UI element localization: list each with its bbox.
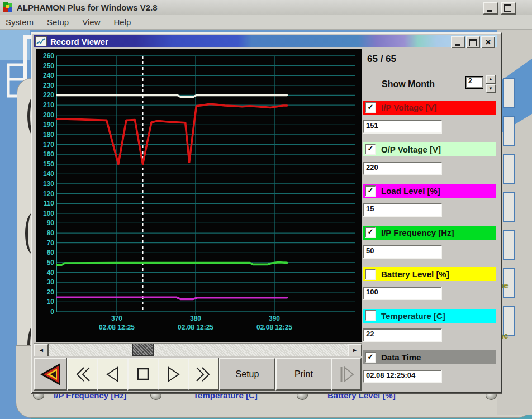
series-row: ✓O/P Voltage [V]220 <box>363 142 497 156</box>
setup-button[interactable]: Setup <box>219 358 276 391</box>
maximize-icon <box>469 39 477 46</box>
play-forward-icon <box>165 366 182 383</box>
series-row: ✓I/P Frequency [Hz]50 <box>363 226 497 240</box>
minimize-icon <box>455 44 460 46</box>
svg-text:160: 160 <box>43 150 54 158</box>
menu-item-system[interactable]: System <box>6 17 34 27</box>
background-meter-bar <box>503 116 515 146</box>
scrollbar-thumb[interactable] <box>132 344 154 356</box>
scroll-left-icon: ◄ <box>39 347 44 353</box>
series-label: O/P Voltage [V] <box>381 145 441 154</box>
svg-text:80: 80 <box>47 229 55 237</box>
series-checkbox[interactable]: ✓ <box>365 144 376 155</box>
series-checkbox[interactable] <box>365 269 376 280</box>
show-month-input[interactable]: 2 <box>466 76 483 89</box>
skip-to-end-button[interactable] <box>188 358 219 391</box>
close-icon: ✕ <box>482 37 494 47</box>
series-value-input[interactable]: 220 <box>363 162 442 175</box>
series-value-input[interactable]: 100 <box>363 287 442 300</box>
series-checkbox[interactable]: ✓ <box>365 102 376 113</box>
record-counter: 65 / 65 <box>367 54 396 65</box>
chart-area[interactable]: 0102030405060708090100110120130140150160… <box>36 49 362 342</box>
stop-button[interactable] <box>127 358 159 391</box>
series-checkbox[interactable]: ✓ <box>365 185 376 197</box>
series-label-bar: ✓O/P Voltage [V] <box>363 142 496 156</box>
print-button-label: Print <box>294 369 313 379</box>
playback-toolbar: Setup Print <box>34 356 362 391</box>
series-value-input[interactable]: 50 <box>363 245 442 259</box>
background-right-panel: nene <box>497 29 532 415</box>
series-row: Temperature [C]22 <box>363 309 497 323</box>
svg-text:190: 190 <box>43 121 54 128</box>
series-label: I/P Voltage [V] <box>381 103 436 112</box>
skip-back-icon <box>73 366 92 383</box>
svg-text:180: 180 <box>43 131 54 139</box>
print-button[interactable]: Print <box>276 358 332 391</box>
svg-text:20: 20 <box>47 288 55 296</box>
tri-logo-icon <box>39 363 61 386</box>
svg-text:260: 260 <box>43 52 54 60</box>
svg-text:10: 10 <box>47 298 55 306</box>
series-line-load-level- <box>57 297 287 299</box>
series-label-bar: ✓I/P Frequency [Hz] <box>363 226 496 240</box>
scrollbar-track[interactable] <box>49 344 348 357</box>
svg-text:220: 220 <box>43 91 54 99</box>
step-back-button[interactable] <box>97 358 129 391</box>
svg-text:380: 380 <box>190 315 201 322</box>
series-checkbox[interactable] <box>365 310 376 321</box>
minimize-icon <box>487 10 492 12</box>
series-checkbox[interactable]: ✓ <box>365 352 376 363</box>
maximize-icon <box>504 4 511 12</box>
menu-item-view[interactable]: View <box>82 17 100 27</box>
series-label: Data Time <box>381 353 421 362</box>
app-title: ALPHAMON Plus for Windows V2.8 <box>17 3 158 12</box>
show-month-up-button[interactable]: ▲ <box>486 75 496 84</box>
background-meter-bar <box>503 192 515 222</box>
app-maximize-button[interactable] <box>501 2 516 15</box>
svg-text:370: 370 <box>111 315 122 322</box>
play-to-end-button[interactable] <box>331 358 362 391</box>
show-month-down-button[interactable]: ▼ <box>486 84 496 93</box>
step-forward-button[interactable] <box>158 358 189 391</box>
dialog-maximize-button[interactable] <box>466 36 480 49</box>
menu-item-setup[interactable]: Setup <box>47 17 69 27</box>
dialog-minimize-button[interactable] <box>451 36 465 49</box>
skip-to-start-button[interactable] <box>67 358 98 391</box>
svg-text:230: 230 <box>43 82 54 89</box>
svg-text:110: 110 <box>44 199 55 207</box>
series-row: ✓I/P Voltage [V]151 <box>363 101 497 115</box>
spin-down-icon: ▼ <box>488 86 493 91</box>
series-panel: 65 / 65 Show Month 2 ▲ ▼ ✓I/P Voltage [V… <box>362 48 498 391</box>
record-viewer-dialog: Record Viewer ✕ 010203040506070809010011… <box>31 32 502 393</box>
dialog-close-button[interactable]: ✕ <box>481 36 495 49</box>
series-value-input[interactable]: 02.08 12:25:04 <box>363 370 442 383</box>
svg-text:50: 50 <box>47 259 55 266</box>
spin-up-icon: ▲ <box>488 77 493 82</box>
svg-text:30: 30 <box>47 278 55 286</box>
dialog-title: Record Viewer <box>50 37 108 46</box>
setup-button-label: Setup <box>236 369 259 379</box>
svg-text:90: 90 <box>47 219 55 227</box>
svg-text:240: 240 <box>43 72 54 79</box>
series-label: Temperature [C] <box>381 311 445 321</box>
chart-svg[interactable]: 0102030405060708090100110120130140150160… <box>36 49 362 342</box>
series-value-input[interactable]: 22 <box>363 328 442 342</box>
series-label-bar: Battery Level [%] <box>363 267 496 281</box>
series-value-input[interactable]: 15 <box>363 203 442 217</box>
series-row: ✓Load Level [%]15 <box>363 184 497 198</box>
svg-text:120: 120 <box>43 190 54 198</box>
series-label-bar: ✓I/P Voltage [V] <box>363 101 496 115</box>
svg-text:60: 60 <box>47 249 55 256</box>
skip-forward-icon <box>194 366 213 383</box>
series-checkbox[interactable]: ✓ <box>365 227 376 238</box>
svg-text:100: 100 <box>43 210 54 217</box>
dialog-titlebar[interactable]: Record Viewer ✕ <box>34 35 497 47</box>
app-minimize-button[interactable] <box>483 2 498 15</box>
series-line-o-p-voltage-v- <box>57 96 287 97</box>
logo-rewind-button[interactable] <box>34 358 67 391</box>
series-label: Battery Level [%] <box>381 269 449 279</box>
chart-horizontal-scrollbar[interactable]: ◄ ► <box>34 343 363 358</box>
series-label-bar: ✓Load Level [%] <box>363 184 496 198</box>
menu-item-help[interactable]: Help <box>113 17 131 27</box>
series-value-input[interactable]: 151 <box>363 120 442 134</box>
